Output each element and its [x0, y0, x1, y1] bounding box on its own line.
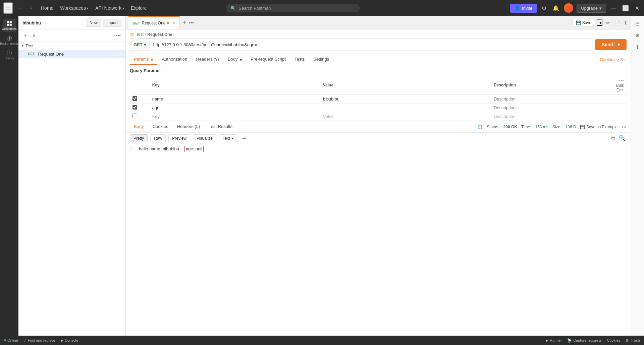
console-button[interactable]: ▶ Console	[61, 338, 78, 343]
breadcrumb: 📁 Test / Request One	[130, 32, 627, 37]
tab-more-button[interactable]: •••	[189, 20, 194, 25]
search-bar[interactable]: 🔍 Search Postman	[226, 4, 360, 12]
runner-button[interactable]: ▶ Runner	[546, 338, 562, 343]
tab-params[interactable]: Params	[130, 54, 157, 65]
workspace-name: bibubibu	[22, 20, 41, 25]
workspaces-link[interactable]: Workspaces ▾	[57, 4, 91, 12]
upgrade-button[interactable]: Upgrade ▾	[577, 4, 606, 13]
save-button[interactable]: 💾 Save	[572, 19, 595, 27]
bell-icon[interactable]: 🔔	[551, 4, 560, 13]
param-name-value[interactable]	[323, 96, 488, 101]
tab-authorization[interactable]: Authorization	[158, 54, 191, 65]
svg-rect-2	[7, 24, 9, 26]
find-replace-button[interactable]: ⤢ Find and replace	[23, 338, 55, 343]
sort-icon[interactable]: ≡	[31, 32, 37, 39]
raw-button[interactable]: Raw	[150, 134, 166, 142]
info-icon[interactable]: ℹ	[624, 19, 628, 27]
send-button[interactable]: Send ▾	[595, 39, 627, 50]
sidebar-toggle-icon[interactable]: ⊟	[634, 19, 641, 28]
col-description: Description	[491, 76, 613, 95]
nav-arrows: ← →	[15, 4, 36, 12]
bulk-edit-button[interactable]: Bulk Edit	[616, 83, 624, 92]
visualize-button[interactable]: Visualize	[193, 134, 216, 142]
globe-icon: 🌐	[478, 125, 483, 129]
settings-icon[interactable]: ⚙	[540, 4, 548, 13]
param-age-value[interactable]	[323, 105, 488, 110]
sidebar-search-icon[interactable]: ⊕	[634, 30, 641, 40]
search-placeholder: Search Postman	[238, 6, 271, 11]
param-name-key[interactable]	[152, 96, 318, 101]
import-button[interactable]: Import	[103, 19, 121, 27]
avatar[interactable]	[564, 3, 573, 13]
pretty-button[interactable]: Pretty	[130, 134, 148, 142]
resp-tab-cookies[interactable]: Cookies	[149, 121, 172, 132]
size-value: 196 B	[566, 125, 576, 129]
topbar: ☰ ← → Home Workspaces ▾ API Network ▾ Ex…	[0, 0, 644, 16]
minimize-icon[interactable]: —	[609, 4, 618, 12]
url-input[interactable]	[150, 39, 592, 51]
add-collection-icon[interactable]: ＋	[22, 32, 29, 39]
time-value: 153 ms	[535, 125, 548, 129]
code-snippet-icon[interactable]: </>	[616, 56, 627, 63]
api-network-link[interactable]: API Network ▾	[93, 4, 127, 12]
preview-button[interactable]: Preview	[168, 134, 190, 142]
runner-icon: ▶	[546, 338, 548, 343]
method-selector[interactable]: GET ▾	[130, 39, 150, 51]
maximize-icon[interactable]: ⬜	[621, 4, 630, 13]
search-response-icon[interactable]: 🔍	[618, 134, 627, 142]
tab-close-icon[interactable]: ✕	[172, 21, 175, 25]
resp-tab-headers[interactable]: Headers (5)	[173, 121, 204, 132]
tab-headers[interactable]: Headers (9)	[192, 54, 223, 65]
send-dropdown-icon[interactable]: ▾	[614, 42, 620, 47]
response-more-icon[interactable]: •••	[622, 124, 627, 130]
status-value: 200 OK	[503, 125, 517, 129]
params-more-icon[interactable]: •••	[619, 78, 624, 83]
menu-icon[interactable]: ☰	[3, 2, 13, 14]
collection-item[interactable]: ▾ Test	[18, 42, 125, 50]
back-btn[interactable]: ←	[15, 4, 25, 12]
tab-body[interactable]: Body	[224, 54, 246, 65]
trash-button[interactable]: 🗑 Trash	[626, 338, 640, 343]
new-tab-button[interactable]: +	[181, 19, 187, 26]
resp-tab-body[interactable]: Body	[130, 121, 148, 132]
param-empty-checkbox[interactable]	[132, 114, 137, 118]
copy-icon[interactable]: ⧉	[610, 134, 616, 142]
home-link[interactable]: Home	[38, 4, 56, 12]
request-item[interactable]: GET Request One	[18, 50, 125, 58]
invite-button[interactable]: 👤 Invite	[510, 4, 537, 13]
text-format-dropdown[interactable]: Text ▾	[219, 134, 237, 142]
param-name-checkbox[interactable]	[132, 96, 137, 101]
tab-actions: 💾 Save ▾ ✏ 📄 ℹ	[572, 19, 628, 27]
topbar-links: Home Workspaces ▾ API Network ▾ Explore	[38, 4, 149, 12]
sidebar-item-environments[interactable]: Environments	[3, 33, 16, 47]
resp-tab-test-results[interactable]: Test Results	[205, 121, 236, 132]
request-tabs: Params Authorization Headers (9) Body Pr…	[126, 54, 631, 65]
close-icon[interactable]: ✕	[634, 4, 641, 13]
cookies-link[interactable]: Cookies	[600, 57, 615, 62]
param-age-desc[interactable]	[494, 105, 611, 110]
tab-request-one[interactable]: GET Request One ✕	[128, 16, 180, 29]
edit-icon[interactable]: ✏	[604, 19, 611, 27]
tab-pre-request[interactable]: Pre-request Script	[247, 54, 290, 65]
param-name-desc[interactable]	[494, 96, 611, 101]
save-dropdown-button[interactable]: ▾	[597, 19, 602, 26]
description-icon[interactable]: 📄	[613, 19, 622, 27]
forward-btn[interactable]: →	[26, 4, 36, 12]
wrap-icon[interactable]: ⇌	[240, 134, 248, 142]
tab-settings[interactable]: Settings	[309, 54, 333, 65]
params-dot	[151, 59, 153, 61]
param-age-checkbox[interactable]	[132, 105, 137, 110]
explore-link[interactable]: Explore	[128, 4, 149, 12]
cookies-button[interactable]: Cookies	[607, 338, 621, 343]
new-button[interactable]: New	[86, 19, 101, 27]
capture-button[interactable]: 📡 Capture requests	[567, 338, 601, 343]
sidebar-info-icon[interactable]: ℹ	[635, 42, 640, 52]
more-options-icon[interactable]: •••	[114, 32, 122, 39]
param-age-key[interactable]	[152, 105, 318, 110]
tab-tests[interactable]: Tests	[290, 54, 309, 65]
save-example-button[interactable]: 💾 Save as Example	[580, 125, 618, 129]
tab-name: Request One	[142, 21, 166, 25]
panel-buttons: New Import	[86, 19, 121, 27]
sidebar-item-collections[interactable]: Collections	[3, 19, 16, 32]
sidebar-item-history[interactable]: History	[3, 48, 16, 62]
